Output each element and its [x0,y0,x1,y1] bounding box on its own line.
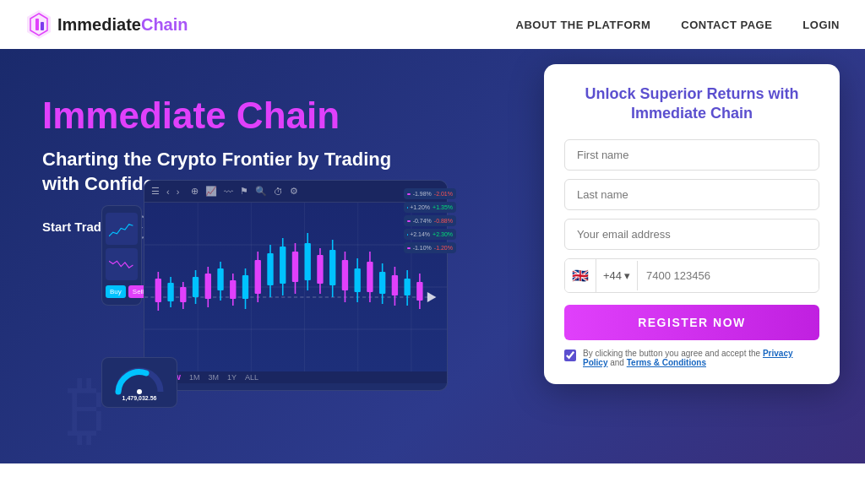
time-1m[interactable]: 1M [189,373,200,382]
gauge-value: 1,479,032.56 [122,395,157,401]
phone-row: 🇬🇧 +44 ▾ [564,258,819,293]
logo-text: ImmediateChain [57,15,188,35]
svg-rect-40 [267,253,273,285]
terms-conditions-link[interactable]: Terms & Conditions [627,358,706,367]
toolbar-icon-1: ☰ [151,186,160,197]
first-name-input[interactable] [564,139,819,171]
clock-icon: ⏱ [274,187,283,197]
stat-val-5: -1.10% [413,245,432,251]
navbar: ImmediateChain ABOUT THE PLATFORM CONTAC… [0,0,865,49]
stat-row-1: -1.98% -2.01% [404,188,456,199]
stat-line-3 [407,220,411,222]
svg-rect-2 [35,19,39,30]
time-axis: 1D 1W 1M 3M 1Y ALL [144,371,447,383]
search-icon: 🔍 [255,186,267,197]
svg-rect-67 [379,272,385,294]
svg-rect-55 [329,250,335,285]
buy-sell-buttons: Buy Sell [106,285,138,298]
time-1y[interactable]: 1Y [227,373,237,382]
svg-rect-61 [354,268,360,292]
wave-icon: 〰 [224,187,233,197]
email-input[interactable] [564,219,819,250]
chart-side-panel: Buy Sell [101,205,142,306]
time-3m[interactable]: 3M [209,373,220,382]
nav-login[interactable]: LOGIN [802,19,840,31]
chart-body [144,203,447,371]
form-title: Unlock Superior Returns with Immediate C… [564,84,819,124]
buy-button[interactable]: Buy [106,285,126,298]
gauge-widget: 1,479,032.56 [101,357,177,408]
main-chart: ☰ ‹ › ⊕ 📈 〰 ⚑ 🔍 ⏱ ⚙ [144,180,448,391]
svg-rect-52 [317,255,323,284]
svg-rect-25 [205,274,211,299]
stat-row-2: +1.20% +1.35% [404,202,456,213]
nav-about[interactable]: ABOUT THE PLATFORM [516,19,651,31]
gauge-svg [114,365,165,395]
svg-rect-13 [155,279,161,302]
flag-icon: 🇬🇧 [572,268,589,284]
bottom-strip [0,463,865,504]
terms-and: and [607,358,626,367]
last-name-input[interactable] [564,179,819,210]
svg-rect-37 [255,260,261,294]
terms-prefix: By clicking the button you agree and acc… [583,349,763,358]
stats-panel: -1.98% -2.01% +1.20% +1.35% -0.74% -0.88… [404,188,456,253]
stat-row-3: -0.74% -0.88% [404,215,456,226]
crosshair-icon: ⊕ [191,186,199,197]
hero-right: Unlock Superior Returns with Immediate C… [544,64,840,384]
chart-mockup: Buy Sell ☰ ‹ › ⊕ 📈 〰 ⚑ 🔍 ⏱ ⚙ [101,180,456,416]
btc-watermark-2: ₿ [68,366,106,453]
stat-val-2: +1.20% [410,204,430,210]
svg-marker-79 [427,292,437,302]
toolbar-icon-3: › [177,187,180,197]
stat-val-3: -0.74% [413,218,432,224]
phone-flag[interactable]: 🇬🇧 [565,259,596,292]
nav-links: ABOUT THE PLATFORM CONTACT PAGE LOGIN [516,19,840,31]
hero-left: Immediate Chain Charting the Crypto Fron… [0,49,490,256]
mini-chart-1 [106,213,138,245]
register-button[interactable]: REGISTER NOW [564,305,819,340]
svg-point-80 [137,389,142,394]
svg-rect-46 [292,252,298,282]
logo[interactable]: ImmediateChain [25,8,188,41]
stat-row-4: +2.14% +2.30% [404,229,456,240]
svg-rect-34 [242,275,248,299]
terms-text: By clicking the button you agree and acc… [583,349,819,367]
toolbar-icon-2: ‹ [166,187,170,197]
stat-line-5 [407,247,411,249]
svg-rect-16 [167,283,173,301]
candlestick-chart [144,203,447,371]
stat-row-5: -1.10% -1.20% [404,242,456,253]
svg-rect-19 [180,287,186,302]
phone-code-value: +44 [603,269,622,282]
svg-rect-3 [41,22,44,30]
stat-pct-1: -2.01% [434,191,453,197]
stat-val-1: -1.98% [413,191,432,197]
svg-rect-43 [280,247,286,284]
hero-section: ₿ ₿ ₿ Immediate Chain Charting the Crypt… [0,49,865,504]
terms-checkbox[interactable] [564,350,576,361]
stat-pct-2: +1.35% [432,204,453,210]
svg-rect-70 [392,275,398,295]
mini-chart-2 [106,248,138,280]
hero-title: Immediate Chain [42,95,490,136]
svg-rect-49 [305,243,311,280]
stat-pct-5: -1.20% [434,245,453,251]
svg-rect-58 [342,260,348,290]
svg-rect-22 [193,277,199,297]
svg-rect-64 [367,262,373,292]
terms-row: By clicking the button you agree and acc… [564,349,819,367]
stat-val-4: +2.14% [410,231,430,237]
svg-rect-76 [416,282,422,301]
phone-input[interactable] [638,261,819,290]
svg-rect-31 [230,280,236,299]
time-all[interactable]: ALL [245,373,258,382]
chart-toolbar: ☰ ‹ › ⊕ 📈 〰 ⚑ 🔍 ⏱ ⚙ [144,181,447,203]
phone-dropdown-icon: ▾ [624,269,630,282]
phone-code[interactable]: +44 ▾ [596,261,638,290]
nav-contact[interactable]: CONTACT PAGE [681,19,772,31]
registration-form: Unlock Superior Returns with Immediate C… [544,64,840,384]
svg-rect-28 [217,268,223,290]
settings-icon: ⚙ [290,186,298,197]
stat-pct-3: -0.88% [434,218,453,224]
